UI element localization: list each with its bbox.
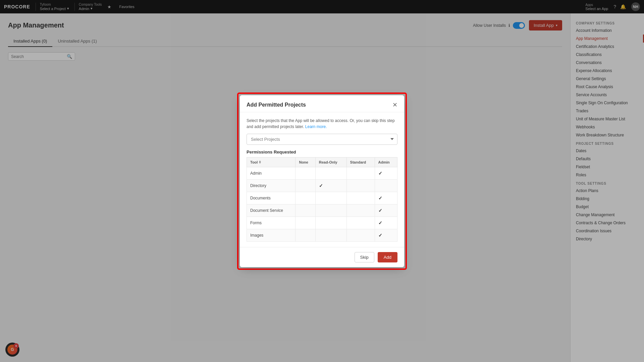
modal-body: Select the projects that the App will be… — [240, 112, 404, 247]
standard-cell-images — [346, 229, 375, 241]
admin-cell-images: ✓ — [375, 229, 397, 241]
col-tool: Tool — [247, 157, 296, 167]
read-only-cell-directory: ✓ — [315, 179, 346, 192]
skip-button[interactable]: Skip — [355, 252, 374, 262]
admin-cell-admin: ✓ — [375, 167, 397, 179]
modal-close-button[interactable]: ✕ — [392, 101, 397, 109]
tool-name-admin: Admin — [247, 167, 296, 179]
col-admin: Admin — [375, 157, 397, 167]
standard-cell-document-service — [346, 204, 375, 217]
tool-name-forms: Forms — [247, 217, 296, 229]
table-row: Documents ✓ — [247, 192, 397, 204]
standard-cell-admin — [346, 167, 375, 179]
add-permitted-projects-modal: Add Permitted Projects ✕ Select the proj… — [240, 95, 404, 267]
col-none: None — [296, 157, 315, 167]
col-standard: Standard — [346, 157, 375, 167]
tool-name-document-service: Document Service — [247, 204, 296, 217]
tool-sort-icon[interactable] — [259, 161, 261, 164]
admin-cell-documents: ✓ — [375, 192, 397, 204]
admin-cell-document-service: ✓ — [375, 204, 397, 217]
table-row: Admin ✓ — [247, 167, 397, 179]
none-cell-directory — [296, 179, 315, 192]
learn-more-link[interactable]: Learn more. — [305, 124, 327, 129]
read-only-cell-document-service — [315, 204, 346, 217]
permissions-title: Permissions Requested — [247, 149, 397, 155]
none-cell-document-service — [296, 204, 315, 217]
read-only-cell-images — [315, 229, 346, 241]
modal-overlay: Add Permitted Projects ✕ Select the proj… — [0, 0, 644, 362]
none-cell-documents — [296, 192, 315, 204]
none-cell-images — [296, 229, 315, 241]
tool-name-directory: Directory — [247, 179, 296, 192]
tool-name-documents: Documents — [247, 192, 296, 204]
select-projects-dropdown[interactable]: Select Projects — [247, 134, 397, 145]
permissions-table: Tool None Read-Only Standard Adm — [247, 157, 397, 242]
table-row: Forms ✓ — [247, 217, 397, 229]
modal-title: Add Permitted Projects — [247, 102, 306, 108]
read-only-cell-documents — [315, 192, 346, 204]
admin-cell-forms: ✓ — [375, 217, 397, 229]
standard-cell-directory — [346, 179, 375, 192]
table-row: Directory ✓ — [247, 179, 397, 192]
read-only-cell-admin — [315, 167, 346, 179]
table-row: Document Service ✓ — [247, 204, 397, 217]
modal-highlight-border: Add Permitted Projects ✕ Select the proj… — [237, 93, 407, 270]
read-only-cell-forms — [315, 217, 346, 229]
permissions-table-body: Admin ✓ Directory ✓ — [247, 167, 397, 241]
none-cell-forms — [296, 217, 315, 229]
table-row: Images ✓ — [247, 229, 397, 241]
col-read-only: Read-Only — [315, 157, 346, 167]
standard-cell-forms — [346, 217, 375, 229]
modal-footer: Skip Add — [240, 247, 404, 267]
admin-cell-directory — [375, 179, 397, 192]
modal-description: Select the projects that the App will be… — [247, 118, 397, 130]
modal-header: Add Permitted Projects ✕ — [240, 95, 404, 112]
standard-cell-documents — [346, 192, 375, 204]
none-cell-admin — [296, 167, 315, 179]
tool-name-images: Images — [247, 229, 296, 241]
permissions-table-header: Tool None Read-Only Standard Adm — [247, 157, 397, 167]
add-button[interactable]: Add — [378, 252, 397, 262]
